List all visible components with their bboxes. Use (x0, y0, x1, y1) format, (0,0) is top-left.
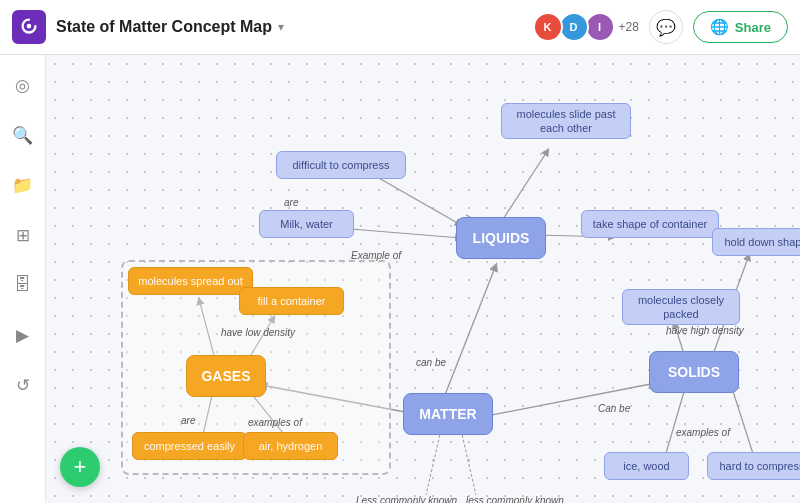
edge-label-have-low: have low density (221, 327, 295, 338)
globe-icon: 🌐 (710, 18, 729, 36)
sidebar-history[interactable]: ↺ (7, 369, 39, 401)
edge-label-examples-of1: examples of (248, 417, 302, 428)
canvas[interactable]: Example of are have low density are exam… (46, 55, 800, 503)
edge-label-can-be1: can be (416, 357, 446, 368)
avatar-d[interactable]: D (559, 12, 589, 42)
node-molecules-spread[interactable]: molecules spread out (128, 267, 253, 295)
avatar-group: K D I +28 (537, 12, 639, 42)
avatar-i[interactable]: I (585, 12, 615, 42)
edge-label-less-common2: less commonly known (466, 495, 564, 503)
plus-icon: + (74, 454, 87, 480)
node-milk-water[interactable]: Milk, water (259, 210, 354, 238)
node-ice-wood[interactable]: ice, wood (604, 452, 689, 480)
node-liquids[interactable]: LIQUIDS (456, 217, 546, 259)
node-hard-compress[interactable]: hard to compress (707, 452, 800, 480)
node-molecules-slide[interactable]: molecules slide past each other (501, 103, 631, 139)
svg-line-2 (466, 380, 671, 420)
edge-label-can-be2: Can be (598, 403, 630, 414)
title-area: State of Matter Concept Map ▾ (56, 18, 527, 36)
title-dropdown-icon[interactable]: ▾ (278, 20, 284, 34)
node-take-shape[interactable]: take shape of container (581, 210, 719, 238)
svg-point-0 (27, 24, 32, 29)
svg-line-11 (664, 385, 686, 460)
node-molecules-closely[interactable]: molecules closely packed (622, 289, 740, 325)
sidebar-database[interactable]: 🗄 (7, 269, 39, 301)
node-gases[interactable]: GASES (186, 355, 266, 397)
edge-label-high-density: have high density (666, 325, 744, 336)
svg-line-1 (441, 265, 496, 405)
sidebar-compass[interactable]: ◎ (7, 69, 39, 101)
edge-label-are2: are (181, 415, 195, 426)
node-compressed-easily[interactable]: compressed easily (132, 432, 247, 460)
edge-label-are1: are (284, 197, 298, 208)
node-difficult-compress[interactable]: difficult to compress (276, 151, 406, 179)
share-button[interactable]: 🌐 Share (693, 11, 788, 43)
sidebar-layers[interactable]: ⊞ (7, 219, 39, 251)
svg-line-18 (461, 430, 476, 495)
edge-label-examples-of2: examples of (676, 427, 730, 438)
header-bar: State of Matter Concept Map ▾ K D I +28 … (0, 0, 800, 55)
sidebar-present[interactable]: ▶ (7, 319, 39, 351)
node-solids[interactable]: SOLIDS (649, 351, 739, 393)
avatar-k[interactable]: K (533, 12, 563, 42)
share-label: Share (735, 20, 771, 35)
svg-line-17 (426, 430, 441, 495)
comment-button[interactable]: 💬 (649, 10, 683, 44)
fab-add-button[interactable]: + (60, 447, 100, 487)
edge-label-example-of: Example of (351, 250, 401, 261)
logo[interactable] (12, 10, 46, 44)
avatar-count: +28 (619, 20, 639, 34)
node-matter[interactable]: MATTER (403, 393, 493, 435)
node-fill-container[interactable]: fill a container (239, 287, 344, 315)
node-air-hydrogen[interactable]: air, hydrogen (243, 432, 338, 460)
node-held-down-shape[interactable]: hold down shape (712, 228, 800, 256)
sidebar-search[interactable]: 🔍 (7, 119, 39, 151)
comment-icon: 💬 (656, 18, 676, 37)
sidebar: ◎ 🔍 📁 ⊞ 🗄 ▶ ↺ (0, 55, 46, 503)
sidebar-folder[interactable]: 📁 (7, 169, 39, 201)
edge-label-less-common1: Less commonly known (356, 495, 457, 503)
document-title[interactable]: State of Matter Concept Map (56, 18, 272, 36)
